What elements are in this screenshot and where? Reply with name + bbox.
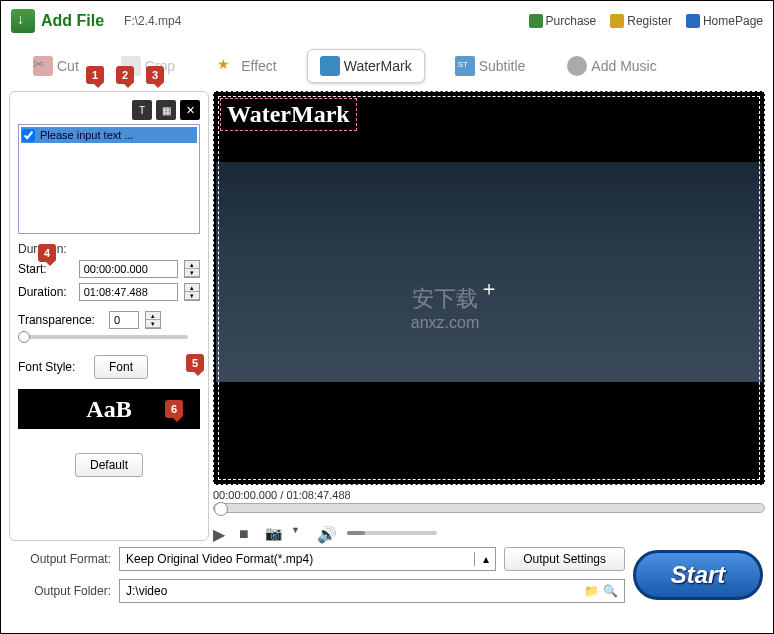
callout-1: 1 [86,66,104,84]
callout-6: 6 [165,400,183,418]
volume-slider[interactable] [347,531,437,535]
tab-cut-label: Cut [57,58,79,74]
bottom-panel: Output Format: Keep Original Video Forma… [1,541,773,609]
remove-watermark-button[interactable]: ✕ [180,100,200,120]
progress-thumb[interactable] [214,502,228,516]
add-text-watermark-button[interactable]: T [132,100,152,120]
start-time-input[interactable]: 00:00:00.000 [79,260,178,278]
add-file-icon [11,9,35,33]
music-icon [567,56,587,76]
add-file-button[interactable]: Add File [11,9,104,33]
homepage-label: HomePage [703,14,763,28]
transparency-label: Transparence: [18,313,103,327]
tab-addmusic-label: Add Music [591,58,656,74]
tab-addmusic[interactable]: Add Music [555,50,668,82]
snapshot-dropdown[interactable]: ▼ [291,525,307,541]
home-icon [686,14,700,28]
register-link[interactable]: Register [610,14,672,28]
watermark-list[interactable]: Please input text ... [18,124,200,234]
purchase-link[interactable]: Purchase [529,14,597,28]
transparency-slider[interactable] [18,335,188,339]
watermark-text-overlay[interactable]: WaterMark [220,98,357,131]
duration-time-value: 01:08:47.488 [84,286,148,298]
output-format-select[interactable]: Keep Original Video Format(*.mp4) ▴ [119,547,496,571]
slider-thumb[interactable] [18,331,30,343]
output-folder-value: J:\video [126,584,167,598]
video-frame-image [216,162,762,382]
transparency-value: 0 [114,314,120,326]
tab-watermark[interactable]: WaterMark [307,49,425,83]
start-time-value: 00:00:00.000 [84,263,148,275]
volume-fill [347,531,365,535]
timeline: 00:00:00.000 / 01:08:47.488 [213,485,765,517]
tab-cut[interactable]: ✂ Cut [21,50,91,82]
file-path-text: F:\2.4.mp4 [124,14,181,28]
output-format-value: Keep Original Video Format(*.mp4) [126,552,313,566]
cart-icon [529,14,543,28]
callout-5: 5 [186,354,204,372]
watermark-list-item[interactable]: Please input text ... [21,127,197,143]
duration-label: Duration: [18,285,73,299]
callout-2: 2 [116,66,134,84]
output-format-label: Output Format: [11,552,111,566]
watermark-item-text: Please input text ... [37,128,137,142]
tab-watermark-label: WaterMark [344,58,412,74]
browse-folder-icon[interactable]: 📁 [584,584,599,598]
progress-bar[interactable] [213,503,765,513]
top-right-links: Purchase Register HomePage [529,14,763,28]
play-button[interactable]: ▶ [213,525,229,541]
start-spinner[interactable]: ▴▾ [184,260,200,278]
duration-spinner[interactable]: ▴▾ [184,283,200,301]
stop-button[interactable]: ■ [239,525,255,541]
start-button[interactable]: Start [633,550,763,600]
register-label: Register [627,14,672,28]
callout-3: 3 [146,66,164,84]
video-preview[interactable]: WaterMark ＋ 安下载 anxz.com [213,91,765,485]
time-display: 00:00:00.000 / 01:08:47.488 [213,489,765,501]
default-button[interactable]: Default [75,453,143,477]
subtitle-icon: ST [455,56,475,76]
preview-area: WaterMark ＋ 安下载 anxz.com 00:00:00.000 / … [213,91,765,541]
transparency-input[interactable]: 0 [109,311,139,329]
font-style-label: Font Style: [18,360,88,374]
tab-subtitle[interactable]: ST Subtitle [443,50,538,82]
homepage-link[interactable]: HomePage [686,14,763,28]
scissors-icon: ✂ [33,56,53,76]
top-bar: Add File F:\2.4.mp4 Purchase Register Ho… [1,1,773,41]
dropdown-arrow-icon: ▴ [474,552,489,566]
sidebar-icon-row: T ▦ ✕ [18,100,200,120]
font-button[interactable]: Font [94,355,148,379]
watermark-icon [320,56,340,76]
badge-icon [610,14,624,28]
output-settings-button[interactable]: Output Settings [504,547,625,571]
duration-time-input[interactable]: 01:08:47.488 [79,283,178,301]
site-watermark: 安下载 anxz.com [411,284,479,332]
start-label: Start [671,561,726,589]
output-folder-input[interactable]: J:\video 📁 🔍 [119,579,625,603]
callout-4: 4 [38,244,56,262]
main-content: 1 2 3 T ▦ ✕ Please input text ... 4 Dura… [1,91,773,541]
star-icon: ★ [217,56,237,76]
site-wm-cn: 安下载 [411,284,479,314]
output-folder-label: Output Folder: [11,584,111,598]
add-image-watermark-button[interactable]: ▦ [156,100,176,120]
open-folder-icon[interactable]: 🔍 [603,584,618,598]
tab-effect[interactable]: ★ Effect [205,50,289,82]
site-wm-url: anxz.com [411,314,479,332]
volume-icon[interactable]: 🔊 [317,525,333,541]
tab-effect-label: Effect [241,58,277,74]
tab-subtitle-label: Subtitle [479,58,526,74]
center-crosshair-icon: ＋ [479,275,499,302]
purchase-label: Purchase [546,14,597,28]
add-file-label: Add File [41,12,104,30]
playback-controls: ▶ ■ 📷 ▼ 🔊 [213,525,765,541]
snapshot-button[interactable]: 📷 [265,525,281,541]
watermark-item-checkbox[interactable] [22,129,35,142]
watermark-sidebar: 1 2 3 T ▦ ✕ Please input text ... 4 Dura… [9,91,209,541]
transparency-spinner[interactable]: ▴▾ [145,311,161,329]
